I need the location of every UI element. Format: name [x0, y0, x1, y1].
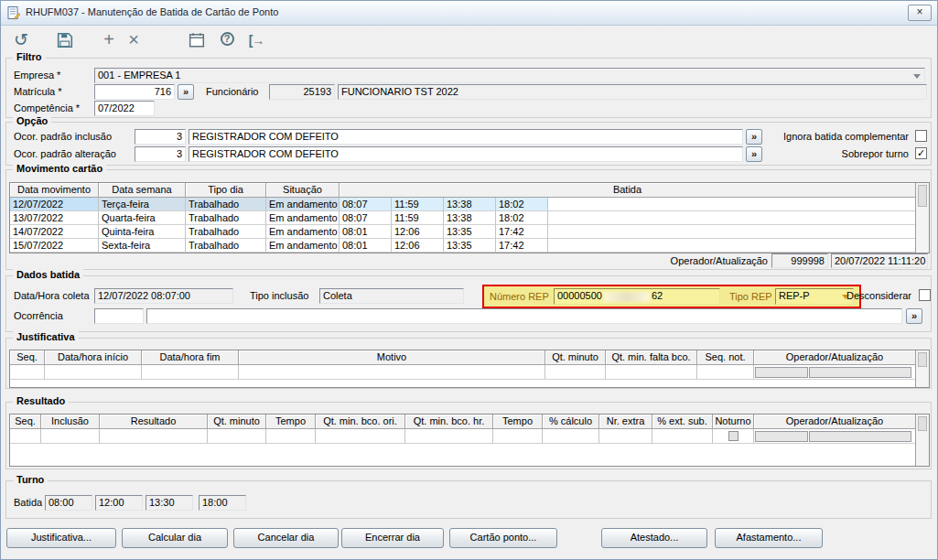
column-header: % cálculo [543, 415, 599, 429]
ocorrencia-desc-field[interactable] [146, 308, 902, 324]
table-row-selected[interactable]: 12/07/2022 Terça-feira Trabalhado Em and… [10, 198, 929, 211]
movimento-header-row: Data movimento Data semana Tipo dia Situ… [10, 183, 929, 198]
table-row-empty[interactable] [10, 429, 929, 444]
table-row-empty[interactable] [10, 365, 929, 380]
cell-data-movimento: 15/07/2022 [10, 239, 99, 253]
ocor-alteracao-desc-field[interactable]: REGISTRADOR COM DEFEITO [189, 146, 743, 162]
cell [10, 429, 41, 444]
afastamento-button[interactable]: Afastamento... [715, 528, 823, 548]
chevron-down-icon [913, 74, 921, 79]
ocor-alteracao-code-input[interactable]: 3 [135, 146, 186, 162]
delete-button[interactable]: × [123, 28, 145, 52]
ocorrencia-lookup-button[interactable]: » [906, 308, 922, 324]
ocor-inclusao-label: Ocor. padrão inclusão [14, 131, 112, 143]
atualizacao-field: 20/07/2022 11:11:20 [831, 253, 928, 268]
refresh-icon: ↺ [14, 30, 28, 49]
column-header: Noturno [713, 415, 754, 429]
tipo-inclusao-field: Coleta [319, 288, 464, 304]
justificativa-button[interactable]: Justificativa... [6, 528, 116, 548]
justificativa-legend: Justificativa [13, 331, 79, 342]
refresh-button[interactable]: ↺ [8, 28, 34, 52]
cartao-ponto-button[interactable]: Cartão ponto... [449, 528, 557, 548]
save-button[interactable] [52, 28, 78, 56]
column-header: Motivo [239, 350, 545, 365]
vertical-scrollbar[interactable] [915, 415, 929, 466]
table-row[interactable]: 14/07/2022 Quinta-feira Trabalhado Em an… [10, 225, 929, 239]
column-header: Seq. [10, 415, 41, 429]
ignora-batida-label: Ignora batida complementar [739, 131, 909, 143]
scrollbar-thumb[interactable] [918, 416, 927, 431]
data-hora-coleta-label: Data/Hora coleta [14, 290, 90, 302]
noturno-checkbox [728, 431, 739, 441]
justificativa-group: Justificativa Seq. Data/hora início Data… [5, 338, 932, 389]
table-row[interactable]: 13/07/2022 Quarta-feira Trabalhado Em an… [10, 211, 929, 225]
operador-field: 999998 [771, 253, 828, 268]
cell-batida: 18:02 [496, 211, 548, 225]
ignora-batida-checkbox[interactable] [915, 130, 927, 142]
ocor-inclusao-desc-field[interactable]: REGISTRADOR COM DEFEITO [189, 129, 743, 145]
column-header: Tempo [266, 415, 316, 429]
cell-data-movimento: 13/07/2022 [10, 211, 99, 225]
resultado-legend: Resultado [13, 395, 69, 406]
cell-tipo-dia: Trabalhado [186, 198, 266, 211]
data-hora-coleta-field: 12/07/2022 08:07:00 [94, 288, 233, 304]
cell-data-movimento: 12/07/2022 [10, 198, 99, 211]
ocor-alteracao-label: Ocor. padrão alteração [14, 148, 116, 160]
cell [493, 429, 543, 444]
help-button[interactable]: ? [215, 28, 239, 52]
exit-button[interactable]: [→ [243, 28, 270, 52]
cell [545, 365, 606, 380]
competencia-input[interactable]: 07/2022 [94, 101, 155, 116]
empresa-select[interactable]: 001 - EMPRESA 1 [94, 68, 925, 83]
atualizacao-subfield [809, 431, 911, 442]
justificativa-header-row: Seq. Data/hora início Data/hora fim Moti… [10, 350, 929, 365]
cell [316, 429, 405, 444]
ocor-inclusao-code-input[interactable]: 3 [135, 129, 186, 145]
filtro-group: Filtro Empresa * 001 - EMPRESA 1 Matrícu… [5, 58, 932, 118]
cancelar-dia-button[interactable]: Cancelar dia [233, 528, 339, 548]
vertical-scrollbar[interactable] [915, 350, 929, 387]
calendar-button[interactable] [184, 28, 210, 56]
desconsiderar-checkbox[interactable] [919, 289, 931, 301]
numero-rep-field[interactable]: 0000050062 [554, 288, 720, 305]
close-button[interactable]: × [908, 5, 932, 21]
column-header: % ext. sub. [652, 415, 713, 429]
matricula-lookup-button[interactable]: » [178, 84, 194, 100]
check-icon: ✓ [917, 147, 925, 158]
cell [697, 365, 754, 380]
cell-data-semana: Terça-feira [99, 198, 186, 211]
sobrepor-turno-label: Sobrepor turno [739, 148, 909, 160]
column-header: Qt. minuto [545, 350, 606, 365]
matricula-input[interactable]: 716 [94, 84, 175, 100]
tipo-rep-select[interactable]: REP-P [775, 288, 854, 305]
app-window: RHUFM037 - Manutenção de Batida de Cartã… [0, 0, 938, 560]
turno-legend: Turno [13, 474, 48, 485]
vertical-scrollbar[interactable] [915, 183, 929, 253]
scrollbar-thumb[interactable] [918, 185, 927, 207]
ocorrencia-label: Ocorrência [14, 310, 63, 322]
calcular-dia-button[interactable]: Calcular dia [122, 528, 228, 548]
atestado-button[interactable]: Atestado... [601, 528, 707, 548]
empresa-label: Empresa * [14, 70, 60, 81]
scrollbar-thumb[interactable] [918, 352, 927, 367]
dados-batida-legend: Dados batida [13, 269, 83, 280]
table-row[interactable]: 15/07/2022 Sexta-feira Trabalhado Em and… [10, 239, 929, 253]
save-icon [57, 39, 73, 50]
column-header: Tempo [493, 415, 543, 429]
sobrepor-turno-checkbox[interactable]: ✓ [915, 147, 927, 159]
turno-batida-field: 18:00 [199, 495, 246, 511]
cell-data-semana: Quinta-feira [99, 225, 186, 239]
cell [100, 429, 208, 444]
cell-situacao: Em andamento [266, 225, 340, 239]
cell-situacao: Em andamento [266, 198, 340, 211]
tipo-rep-value: REP-P [779, 290, 810, 301]
ocorrencia-code-input[interactable] [94, 308, 144, 324]
turno-batida-field: 13:30 [146, 495, 193, 511]
encerrar-dia-button[interactable]: Encerrar dia [341, 528, 444, 548]
cell-situacao: Em andamento [266, 211, 340, 225]
numero-rep-suffix: 62 [652, 290, 663, 301]
add-button[interactable]: + [98, 28, 120, 52]
cell [606, 365, 697, 380]
column-header: Qt. min. falta bco. [606, 350, 697, 365]
delete-icon: × [128, 29, 139, 49]
